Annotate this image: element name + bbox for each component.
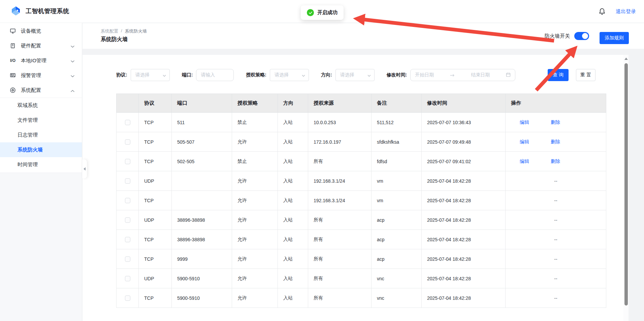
table-row: TCP允许入站192.168.3.1/24vm2025-07-04 18:42:…	[117, 191, 606, 210]
arrow-right-icon	[450, 72, 455, 78]
cell-actions-empty: --	[506, 171, 606, 191]
breadcrumb-item[interactable]: 系统配置	[101, 28, 118, 34]
port-input[interactable]: 请输入	[196, 69, 234, 81]
table-header-cell: 协议	[139, 94, 172, 113]
sidebar-item-dual-domain-system[interactable]: 双域系统	[0, 98, 82, 113]
monitor-icon	[9, 28, 16, 34]
cell-direction: 入站	[278, 132, 308, 152]
cell-direction: 入站	[278, 249, 308, 269]
cell-protocol: TCP	[139, 249, 172, 269]
vertical-scrollbar[interactable]	[623, 55, 629, 321]
row-checkbox[interactable]	[125, 198, 130, 203]
sidebar-item-system-firewall[interactable]: 系统防火墙	[0, 142, 82, 157]
sidebar-item-device-overview[interactable]: 设备概览	[0, 24, 82, 38]
table-header-cell: 方向	[278, 94, 308, 113]
cell-remark: fdfsd	[372, 152, 422, 171]
table-row: TCP505-507允许入站172.16.0.197sfdkshfksa2025…	[117, 132, 606, 152]
cell-direction: 入站	[278, 152, 308, 171]
sidebar-collapse-handle[interactable]	[82, 159, 87, 178]
cell-port: 502-505	[172, 152, 232, 171]
bell-icon[interactable]	[598, 7, 606, 16]
cell-actions-empty: --	[506, 210, 606, 230]
sidebar-item-file-management[interactable]: 文件管理	[0, 113, 82, 128]
row-checkbox[interactable]	[125, 276, 130, 281]
scrollbar-thumb[interactable]	[624, 63, 628, 306]
row-checkbox[interactable]	[125, 217, 130, 223]
port-filter-label: 端口:	[182, 72, 193, 78]
cell-policy: 禁止	[232, 113, 278, 132]
breadcrumb: 系统配置 / 系统防火墙	[101, 28, 147, 34]
table-row: TCP502-505禁止入站所有fdfsd2025-07-07 09:41:02…	[117, 152, 606, 171]
end-date-placeholder: 结束日期	[471, 72, 490, 78]
cell-policy: 允许	[232, 171, 278, 191]
sidebar-item-local-io[interactable]: I/O 本地IO管理	[0, 53, 82, 68]
table-row: UDP38896-38898允许入站所有acp2025-07-04 18:42:…	[117, 210, 606, 230]
table-row: TCP9999允许入站所有acp2025-07-04 18:42:28--	[117, 249, 606, 269]
protocol-select[interactable]: 请选择	[131, 69, 170, 81]
sidebar-item-alarm-management[interactable]: 报警管理	[0, 68, 82, 83]
chevron-down-icon	[367, 72, 371, 78]
policy-filter-label: 授权策略:	[246, 72, 266, 78]
protocol-filter-label: 协议:	[116, 72, 127, 78]
calendar-icon	[506, 72, 511, 78]
cell-time: 2025-07-04 18:42:28	[422, 171, 506, 191]
cell-source: 192.168.3.1/24	[308, 171, 372, 191]
sidebar-item-hardware-config[interactable]: 硬件配置	[0, 38, 82, 53]
cell-remark: vm	[372, 191, 422, 210]
cell-time: 2025-07-07 09:41:02	[422, 152, 506, 171]
cell-source: 192.168.3.1/24	[308, 191, 372, 210]
cell-actions-empty: --	[506, 269, 606, 288]
breadcrumb-item-current: 系统防火墙	[125, 28, 147, 34]
table-row: UDP5900-5910允许入站所有vnc2025-07-04 18:42:28…	[117, 269, 606, 288]
io-icon: I/O	[9, 58, 16, 63]
delete-link[interactable]: 删除	[551, 119, 560, 125]
chevron-down-icon	[71, 73, 74, 78]
table-row: UDP允许入站192.168.3.1/24vm2025-07-04 18:42:…	[117, 171, 606, 191]
add-rule-button[interactable]: 添加规则	[600, 32, 629, 44]
cell-time: 2025-07-04 18:42:28	[422, 230, 506, 249]
content-card: 协议: 请选择 端口: 请输入 授权策略: 请选择 方向: 请选择 修改时间: …	[83, 55, 624, 321]
reset-button[interactable]: 重 置	[576, 69, 595, 81]
cell-source: 所有	[308, 230, 372, 249]
row-checkbox[interactable]	[125, 139, 130, 145]
table-header-cell: 操作	[506, 94, 606, 113]
row-checkbox[interactable]	[125, 256, 130, 262]
app-logo	[10, 5, 22, 17]
date-range-picker[interactable]: 开始日期 结束日期	[410, 69, 515, 81]
logout-link[interactable]: 退出登录	[616, 8, 636, 15]
scrollbar-up-arrow[interactable]	[624, 58, 628, 60]
cell-actions-empty: --	[506, 191, 606, 210]
sidebar-item-time-management[interactable]: 时间管理	[0, 157, 82, 172]
cell-remark: acp	[372, 230, 422, 249]
table-row: TCP38896-38898允许入站所有acp2025-07-04 18:42:…	[117, 230, 606, 249]
search-button[interactable]: 查 询	[548, 69, 569, 81]
cell-policy: 禁止	[232, 152, 278, 171]
row-checkbox[interactable]	[125, 178, 130, 184]
table-header-cell: 端口	[172, 94, 232, 113]
cell-actions: 编辑删除	[506, 132, 606, 152]
row-checkbox[interactable]	[125, 295, 130, 301]
row-checkbox[interactable]	[125, 159, 130, 164]
cell-protocol: TCP	[139, 230, 172, 249]
sidebar-item-system-config[interactable]: 系统配置	[0, 83, 82, 98]
direction-select[interactable]: 请选择	[335, 69, 375, 81]
edit-link[interactable]: 编辑	[520, 119, 529, 125]
cell-protocol: TCP	[139, 191, 172, 210]
firewall-rules-table: 协议 端口 授权策略 方向 授权来源 备注 修改时间 操作 TCP511禁止入站…	[116, 94, 606, 308]
cell-time: 2025-07-07 10:36:43	[422, 113, 506, 132]
row-checkbox[interactable]	[125, 237, 130, 242]
chevron-down-icon	[71, 43, 74, 49]
cell-direction: 入站	[278, 113, 308, 132]
delete-link[interactable]: 删除	[551, 158, 560, 164]
table-header-cell: 授权来源	[308, 94, 372, 113]
sidebar-item-log-management[interactable]: 日志管理	[0, 128, 82, 142]
cell-actions-empty: --	[506, 249, 606, 269]
cell-policy: 允许	[232, 132, 278, 152]
delete-link[interactable]: 删除	[551, 139, 560, 144]
edit-link[interactable]: 编辑	[520, 158, 529, 164]
firewall-toggle[interactable]	[574, 32, 589, 40]
row-checkbox[interactable]	[125, 120, 130, 125]
edit-link[interactable]: 编辑	[520, 139, 529, 144]
policy-select[interactable]: 请选择	[270, 69, 309, 81]
app-title: 工智机管理系统	[26, 7, 69, 15]
